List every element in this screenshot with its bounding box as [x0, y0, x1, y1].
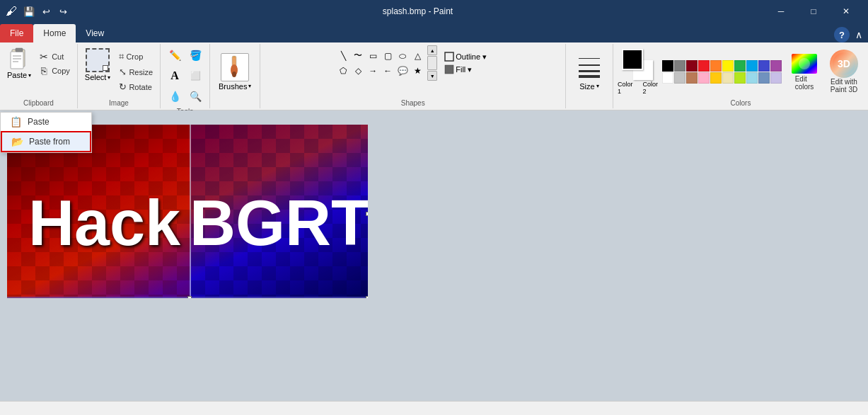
rounded-rect-shape[interactable]: ▢	[381, 49, 395, 63]
diamond-shape[interactable]: ◇	[351, 64, 365, 78]
outline-label: Outline ▾	[456, 52, 487, 62]
tab-view[interactable]: View	[76, 24, 114, 42]
help-button[interactable]: ?	[834, 27, 850, 42]
paste-dropdown-menu: 📋 Paste 📂 Paste from	[0, 112, 92, 153]
color-cell[interactable]	[710, 72, 722, 84]
color-cell[interactable]	[746, 60, 758, 72]
crop-icon: ⌗	[119, 51, 124, 62]
svg-rect-10	[445, 65, 453, 74]
size-dropdown-icon[interactable]: ▾	[596, 83, 599, 89]
shapes-scroll-down[interactable]: ▼	[427, 71, 437, 81]
rotate-icon: ↻	[119, 81, 127, 92]
brushes-dropdown-icon[interactable]: ▾	[248, 83, 251, 89]
color-cell[interactable]	[686, 60, 698, 72]
color-cell[interactable]	[686, 72, 698, 84]
copy-icon: ⎘	[38, 65, 50, 76]
color-palette	[662, 60, 782, 84]
copy-label: Copy	[52, 67, 70, 75]
paste-button[interactable]: Paste ▾	[4, 47, 34, 81]
callout-shape[interactable]: 💬	[395, 64, 410, 78]
tab-file[interactable]: File	[0, 24, 33, 42]
resize-button[interactable]: ⤡ Resize	[116, 65, 156, 79]
color-cell[interactable]	[662, 72, 673, 84]
maximize-button[interactable]: □	[797, 0, 830, 23]
canvas-handle-bm[interactable]	[187, 296, 192, 298]
fill-tool[interactable]: 🪣	[185, 45, 205, 65]
size-button[interactable]: Size ▾	[570, 50, 608, 93]
triangle-shape[interactable]: △	[410, 49, 424, 63]
color-cell[interactable]	[722, 72, 734, 84]
canvas-handle-mr[interactable]	[366, 212, 368, 216]
edit-colors-button[interactable]: Editcolors	[786, 51, 823, 92]
shapes-group: ╲ 〜 ▭ ▢ ⬭ △ ⬠ ◇ → ← 💬 ★ ▲ ▼	[260, 44, 566, 108]
color-cell[interactable]	[734, 72, 746, 84]
ellipse-shape[interactable]: ⬭	[395, 49, 410, 63]
color-swatches[interactable]	[622, 49, 653, 80]
title-bar: 🖌 💾 ↩ ↪ splash.bmp - Paint ─ □ ✕	[0, 0, 868, 23]
edit-with-paint3d-button[interactable]: 3D Edit withPaint 3D	[824, 47, 864, 96]
paste-label: Paste	[7, 71, 27, 79]
canvas-area: Hack BGRT	[0, 110, 868, 401]
close-button[interactable]: ✕	[830, 0, 862, 23]
brushes-label: Brushes	[219, 82, 247, 91]
outline-button[interactable]: Outline ▾	[441, 51, 490, 62]
color-cell[interactable]	[722, 60, 734, 72]
colors-label: Colors	[731, 99, 751, 107]
paste-menu-item[interactable]: 📋 Paste	[1, 113, 91, 131]
svg-rect-23	[190, 125, 191, 298]
color-cell[interactable]	[734, 60, 746, 72]
minimize-button[interactable]: ─	[765, 0, 797, 23]
star-shape[interactable]: ★	[410, 64, 424, 78]
ribbon-tabs: File Home View ? ∧	[0, 23, 868, 42]
rect-shape[interactable]: ▭	[366, 49, 380, 63]
color1-label: Color1	[618, 81, 633, 95]
app-icon: 🖌	[6, 5, 17, 18]
undo-button[interactable]: ↩	[38, 4, 54, 19]
color-cell[interactable]	[758, 60, 770, 72]
eraser-tool[interactable]: ⬜	[185, 66, 205, 86]
cut-button[interactable]: ✂ Cut	[35, 50, 73, 64]
arrow-right-shape[interactable]: →	[366, 64, 380, 78]
save-button[interactable]: 💾	[21, 4, 37, 19]
color-cell[interactable]	[674, 72, 685, 84]
select-dropdown-icon[interactable]: ▾	[108, 74, 110, 81]
color-cell[interactable]	[770, 72, 782, 84]
curve-shape[interactable]: 〜	[351, 49, 365, 63]
select-button[interactable]: Select ▾	[82, 47, 114, 83]
paste-from-label: Paste from	[29, 137, 70, 147]
shapes-scroll-up[interactable]: ▲	[427, 45, 437, 55]
color-cell[interactable]	[770, 60, 782, 72]
color-cell[interactable]	[746, 72, 758, 84]
crop-button[interactable]: ⌗ Crop	[116, 50, 156, 64]
image-group: Select ▾ ⌗ Crop ⤡ Resize ↻ Rotate	[78, 44, 161, 108]
line-shape[interactable]: ╲	[336, 49, 350, 63]
text-tool[interactable]: A	[165, 66, 185, 86]
color-cell[interactable]	[758, 72, 770, 84]
fill-button[interactable]: Fill ▾	[441, 64, 490, 75]
color-picker-tool[interactable]: 💧	[165, 86, 185, 106]
paste-dropdown-arrow[interactable]: ▾	[28, 72, 31, 79]
brushes-button[interactable]: Brushes ▾	[214, 52, 255, 92]
redo-button[interactable]: ↪	[55, 4, 71, 19]
color-cell[interactable]	[662, 60, 673, 72]
tab-home[interactable]: Home	[33, 24, 76, 42]
pencil-tool[interactable]: ✏️	[165, 45, 185, 65]
rotate-button[interactable]: ↻ Rotate	[116, 80, 156, 93]
canvas-handle-br[interactable]	[366, 296, 368, 298]
color-cell[interactable]	[698, 72, 710, 84]
color-cell[interactable]	[710, 60, 722, 72]
paste-from-menu-item[interactable]: 📂 Paste from	[1, 131, 91, 152]
paste-icon	[8, 48, 30, 71]
copy-button[interactable]: ⎘ Copy	[35, 64, 73, 78]
ribbon-collapse-button[interactable]: ∧	[852, 29, 865, 40]
svg-rect-2	[16, 48, 23, 52]
color-cell[interactable]	[674, 60, 685, 72]
arrow-left-shape[interactable]: ←	[381, 64, 395, 78]
brushes-group: Brushes ▾ x	[210, 44, 260, 108]
svg-rect-1	[11, 52, 23, 69]
pentagon-shape[interactable]: ⬠	[336, 64, 350, 78]
magnifier-tool[interactable]: 🔍	[185, 86, 205, 106]
svg-text:3D: 3D	[838, 58, 850, 69]
status-bar	[0, 401, 868, 415]
color-cell[interactable]	[698, 60, 710, 72]
